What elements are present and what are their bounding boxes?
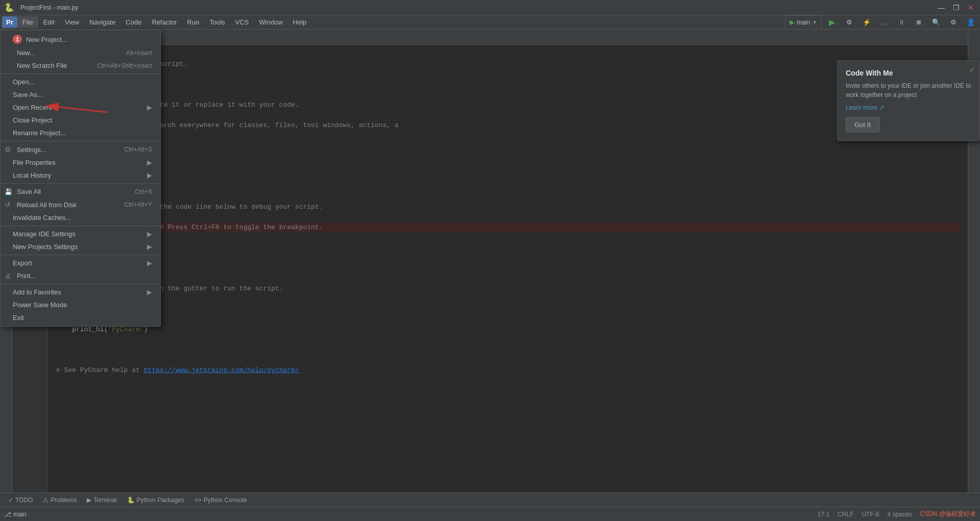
add-to-favorites-item[interactable]: Add to Favorites ▶ bbox=[1, 286, 160, 299]
invalidate-caches-item[interactable]: Invalidate Caches... bbox=[1, 211, 160, 224]
code-line-17 bbox=[56, 386, 960, 396]
view-menu-item[interactable]: View bbox=[60, 16, 84, 28]
add-favorites-label: Add to Favorites bbox=[13, 288, 61, 296]
code-line-13: if __name__ == '__main__': bbox=[56, 304, 960, 314]
new-project-item[interactable]: 1 New Project... bbox=[1, 32, 160, 46]
settings-label: Settings... bbox=[17, 146, 46, 154]
code-line-2 bbox=[56, 80, 960, 90]
save-all-item[interactable]: 💾 Save All Ctrl+S bbox=[1, 185, 160, 198]
refactor-menu-item[interactable]: Refactor bbox=[146, 16, 182, 28]
reload-icon: ↺ bbox=[5, 201, 15, 209]
branch-label: main bbox=[797, 19, 810, 26]
settings-button[interactable]: ⚙ bbox=[946, 15, 961, 30]
cursor-position: 17:1 bbox=[818, 511, 829, 518]
new-shortcut: Alt+Insert bbox=[126, 49, 152, 57]
window-menu-item[interactable]: Window bbox=[254, 16, 288, 28]
settings-item[interactable]: ⚙ Settings... Ctrl+Alt+S bbox=[1, 143, 160, 156]
terminal-tab[interactable]: ▶ Terminal bbox=[83, 494, 120, 506]
rename-project-label: Rename Project... bbox=[13, 129, 66, 137]
reload-all-item[interactable]: ↺ Reload All from Disk Ctrl+Alt+Y bbox=[1, 198, 160, 211]
csdn-label: CSDN @编程爱好者 bbox=[920, 510, 976, 518]
run-button[interactable]: ▶ bbox=[825, 15, 839, 30]
terminal-icon: ▶ bbox=[87, 497, 91, 504]
print-icon: 🖨 bbox=[5, 272, 15, 280]
python-packages-tab[interactable]: 🐍 Python Packages bbox=[123, 494, 188, 506]
close-project-item[interactable]: Close Project bbox=[1, 114, 160, 127]
menu-project-label[interactable]: Pr bbox=[2, 16, 17, 28]
code-content[interactable]: # This is a sample Python script. # Pres… bbox=[48, 45, 968, 492]
code-line-9: print(f'Hi, {name}') # Press Ctrl+F8 to … bbox=[56, 222, 960, 233]
indent-info[interactable]: 4 spaces bbox=[887, 511, 912, 518]
rename-project-item[interactable]: Rename Project... bbox=[1, 127, 160, 139]
exit-item[interactable]: Exit bbox=[1, 311, 160, 324]
git-branch[interactable]: ⎇ main bbox=[4, 511, 27, 518]
code-menu-item[interactable]: Code bbox=[120, 16, 146, 28]
new-scratch-file-item[interactable]: New Scratch File Ctrl+Alt+Shift+Insert bbox=[1, 59, 160, 72]
new-item[interactable]: New... Alt+Insert bbox=[1, 46, 160, 59]
status-bar-right: 17:1 CRLF UTF-8 4 spaces CSDN @编程爱好者 bbox=[818, 510, 976, 518]
open-item[interactable]: Open... bbox=[1, 76, 160, 88]
file-encoding[interactable]: UTF-8 bbox=[862, 511, 879, 518]
code-line-14: print_hi('PyCharm') bbox=[56, 325, 960, 335]
file-properties-item[interactable]: File Properties ▶ bbox=[1, 156, 160, 169]
python-console-icon: >> bbox=[194, 497, 202, 504]
git-icon: ⎇ bbox=[4, 511, 11, 518]
minimize-button[interactable]: — bbox=[936, 4, 947, 12]
new-scratch-label: New Scratch File bbox=[17, 62, 67, 69]
profile-button[interactable]: ⚡ bbox=[860, 15, 874, 30]
exit-label: Exit bbox=[13, 314, 24, 321]
menu-bar: Pr File Edit View Navigate Code Refactor… bbox=[0, 15, 980, 30]
python-console-label: Python Console bbox=[204, 497, 247, 504]
more-run-button[interactable]: … bbox=[877, 15, 891, 30]
manage-ide-settings-item[interactable]: Manage IDE Settings ▶ bbox=[1, 228, 160, 240]
code-line-7: def print_hi(name): bbox=[56, 182, 960, 192]
sep1 bbox=[1, 73, 160, 74]
sep4 bbox=[1, 226, 160, 226]
power-save-mode-item[interactable]: Power Save Mode bbox=[1, 299, 160, 311]
print-item[interactable]: 🖨 Print... bbox=[1, 269, 160, 282]
save-all-label: Save All bbox=[17, 188, 41, 195]
export-item[interactable]: Export ▶ bbox=[1, 257, 160, 269]
sep5 bbox=[1, 255, 160, 255]
user-button[interactable]: 👤 bbox=[964, 15, 978, 30]
pause-button[interactable]: ⏸ bbox=[894, 15, 909, 30]
save-as-item[interactable]: Save As... bbox=[1, 88, 160, 101]
problems-tab[interactable]: ⚠ Problems bbox=[39, 494, 81, 506]
new-projects-label: New Projects Settings bbox=[13, 243, 78, 251]
manage-ide-arrow: ▶ bbox=[147, 230, 152, 238]
python-console-tab[interactable]: >> Python Console bbox=[190, 494, 251, 506]
coverage-button[interactable]: ⚙ bbox=[842, 15, 856, 30]
open-recent-item[interactable]: Open Recent ▶ bbox=[1, 101, 160, 114]
invalidate-caches-label: Invalidate Caches... bbox=[13, 214, 71, 221]
code-line-6 bbox=[56, 161, 960, 171]
code-line-1: # This is a sample Python script. bbox=[56, 59, 960, 69]
local-history-item[interactable]: Local History ▶ bbox=[1, 169, 160, 182]
window-title: ProjectFirst - main.py bbox=[20, 4, 78, 11]
code-line-8: # Use a breakpoint in the code line belo… bbox=[56, 202, 960, 212]
menu-bar-container: Pr File Edit View Navigate Code Refactor… bbox=[0, 15, 980, 30]
close-button[interactable]: ✕ bbox=[966, 4, 976, 12]
close-project-label: Close Project bbox=[13, 116, 52, 124]
edit-menu-item[interactable]: Edit bbox=[38, 16, 60, 28]
todo-tab[interactable]: ✓ TODO bbox=[4, 494, 37, 506]
search-button[interactable]: 🔍 bbox=[929, 15, 943, 30]
tools-menu-item[interactable]: Tools bbox=[204, 16, 230, 28]
stop-button[interactable]: ⏹ bbox=[912, 15, 926, 30]
popup-learn-more-link[interactable]: Learn more ↗ bbox=[846, 104, 884, 111]
maximize-button[interactable]: ❐ bbox=[951, 4, 962, 12]
python-packages-icon: 🐍 bbox=[127, 497, 135, 504]
run-configuration[interactable]: ▶ main ▼ bbox=[785, 15, 822, 30]
popup-text: Invite others to your IDE or join anothe… bbox=[846, 81, 971, 100]
new-projects-settings-item[interactable]: New Projects Settings ▶ bbox=[1, 240, 160, 253]
help-menu-item[interactable]: Help bbox=[288, 16, 312, 28]
status-bar: ⎇ main 17:1 CRLF UTF-8 4 spaces CSDN @编程… bbox=[0, 507, 980, 521]
problems-icon: ⚠ bbox=[43, 497, 48, 504]
add-favorites-arrow: ▶ bbox=[147, 288, 152, 296]
app-icon: 🐍 bbox=[4, 3, 14, 12]
file-menu-item[interactable]: File bbox=[17, 16, 38, 28]
run-menu-item[interactable]: Run bbox=[182, 16, 205, 28]
navigate-menu-item[interactable]: Navigate bbox=[84, 16, 120, 28]
open-label: Open... bbox=[13, 78, 35, 86]
got-it-button[interactable]: Got It bbox=[846, 117, 879, 132]
vcs-menu-item[interactable]: VCS bbox=[230, 16, 254, 28]
